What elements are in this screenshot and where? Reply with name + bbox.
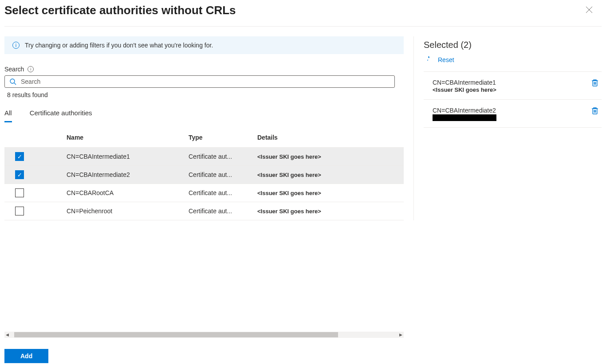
cell-details: <Issuer SKI goes here> [257, 153, 404, 160]
tab-all[interactable]: All [4, 106, 12, 122]
close-icon[interactable] [582, 4, 596, 17]
checkbox[interactable] [15, 188, 24, 197]
col-type[interactable]: Type [189, 134, 257, 141]
tabs: All Certificate authorities [4, 106, 404, 122]
trash-icon[interactable] [591, 79, 599, 87]
results-count: 8 results found [7, 91, 404, 98]
scroll-right-icon[interactable]: ▶ [399, 333, 402, 337]
cell-name: CN=CBAIntermediate1 [67, 153, 189, 160]
search-icon [9, 78, 16, 85]
tab-cert-auth[interactable]: Certificate authorities [30, 106, 92, 122]
cell-type: Certificate aut... [189, 189, 246, 196]
trash-icon[interactable] [591, 107, 599, 115]
cell-type: Certificate aut... [189, 171, 246, 178]
selected-item: CN=CBAIntermediate2 <Issuer SKI goes her… [424, 100, 602, 128]
table-header: Name Type Details [4, 128, 404, 148]
cell-name: CN=CBAIntermediate2 [67, 171, 189, 178]
add-button[interactable]: Add [4, 349, 48, 363]
checkbox[interactable]: ✓ [15, 152, 24, 161]
search-field[interactable] [4, 75, 395, 88]
help-icon[interactable]: i [28, 66, 34, 72]
selected-detail: <Issuer SKI goes here> [433, 114, 496, 121]
info-text: Try changing or adding filters if you do… [25, 42, 213, 49]
svg-line-3 [14, 83, 16, 85]
cell-name: CN=Peichenroot [67, 207, 189, 215]
selected-title: Selected (2) [424, 40, 602, 50]
selected-name: CN=CBAIntermediate1 [433, 79, 496, 86]
selected-name: CN=CBAIntermediate2 [433, 107, 496, 114]
selected-detail: <Issuer SKI goes here> [433, 86, 496, 93]
right-column: Selected (2) Reset CN=CBAIntermediate1 <… [413, 36, 602, 220]
cell-details: <Issuer SKI goes here> [257, 190, 404, 196]
undo-icon [427, 56, 434, 63]
search-input[interactable] [20, 78, 390, 86]
horizontal-scrollbar[interactable]: ◀ ▶ [4, 332, 404, 338]
checkbox[interactable] [15, 207, 24, 215]
cell-details: <Issuer SKI goes here> [257, 208, 404, 215]
left-column: i Try changing or adding filters if you … [4, 36, 404, 220]
scrollbar-thumb[interactable] [14, 332, 338, 337]
page-title: Select certificate authorities without C… [4, 4, 236, 17]
table-row[interactable]: CN=CBARootCA Certificate aut... <Issuer … [4, 184, 404, 202]
header: Select certificate authorities without C… [0, 0, 606, 26]
table-row[interactable]: CN=Peichenroot Certificate aut... <Issue… [4, 202, 404, 220]
info-message: i Try changing or adding filters if you … [4, 36, 404, 54]
search-label: Search i [4, 66, 404, 73]
footer: Add [0, 348, 53, 364]
cell-name: CN=CBARootCA [67, 189, 189, 196]
cell-type: Certificate aut... [189, 207, 246, 215]
info-icon: i [12, 42, 20, 49]
selected-item: CN=CBAIntermediate1 <Issuer SKI goes her… [424, 72, 602, 100]
svg-point-2 [10, 79, 15, 83]
cell-details: <Issuer SKI goes here> [257, 172, 404, 178]
table-row[interactable]: ✓ CN=CBAIntermediate2 Certificate aut...… [4, 166, 404, 184]
col-name[interactable]: Name [67, 134, 189, 141]
divider [4, 26, 602, 27]
checkbox[interactable]: ✓ [15, 170, 24, 179]
selected-list: CN=CBAIntermediate1 <Issuer SKI goes her… [424, 71, 602, 128]
reset-link[interactable]: Reset [427, 56, 454, 63]
scroll-left-icon[interactable]: ◀ [6, 333, 9, 337]
col-details[interactable]: Details [257, 134, 404, 141]
table-row[interactable]: ✓ CN=CBAIntermediate1 Certificate aut...… [4, 148, 404, 166]
cell-type: Certificate aut... [189, 153, 246, 160]
